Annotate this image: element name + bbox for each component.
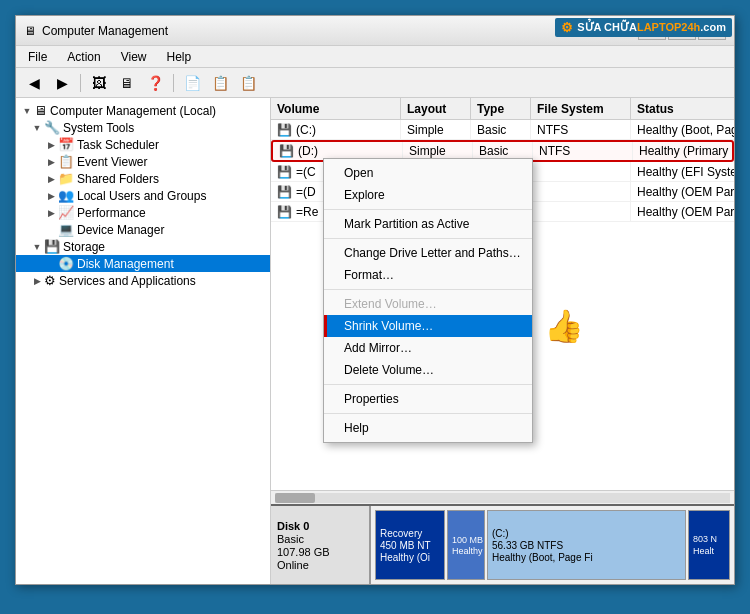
expand-icon: ▶: [44, 208, 58, 218]
menu-help[interactable]: Help: [159, 48, 200, 66]
partition-recovery[interactable]: Recovery 450 MB NT Healthy (Oi: [375, 510, 445, 580]
help2-button[interactable]: 📋: [236, 72, 260, 94]
ctx-delete[interactable]: Delete Volume…: [324, 359, 532, 381]
ctx-open[interactable]: Open: [324, 162, 532, 184]
menu-action[interactable]: Action: [59, 48, 108, 66]
tree-item-computer-management[interactable]: ▼ 🖥 Computer Management (Local): [16, 102, 270, 119]
toolbar-separator-2: [173, 74, 174, 92]
cell-type: Basic: [471, 120, 531, 139]
cell-volume: 💾 (C:): [271, 120, 401, 139]
expand-icon: ▶: [30, 276, 44, 286]
tree-item-system-tools[interactable]: ▼ 🔧 System Tools: [16, 119, 270, 136]
services-icon: ⚙: [44, 273, 56, 288]
tree-label: Disk Management: [77, 257, 174, 271]
col-fs[interactable]: File System: [531, 98, 631, 119]
main-content: ▼ 🖥 Computer Management (Local) ▼ 🔧 Syst…: [16, 98, 734, 584]
tree-label: System Tools: [63, 121, 134, 135]
expand-icon: ▼: [20, 106, 34, 116]
tree-item-performance[interactable]: ▶ 📈 Performance: [16, 204, 270, 221]
hand-cursor-icon: 👍: [544, 307, 584, 345]
partition-c[interactable]: (C:) 56.33 GB NTFS Healthy (Boot, Page F…: [487, 510, 686, 580]
disk-icon: 💿: [58, 256, 74, 271]
menu-view[interactable]: View: [113, 48, 155, 66]
tree-item-event-viewer[interactable]: ▶ 📋 Event Viewer: [16, 153, 270, 170]
expand-icon: ▶: [44, 157, 58, 167]
ctx-explore[interactable]: Explore: [324, 184, 532, 206]
ctx-format[interactable]: Format…: [324, 264, 532, 286]
scheduler-icon: 📅: [58, 137, 74, 152]
ctx-mark-active[interactable]: Mark Partition as Active: [324, 213, 532, 235]
tree-label: Device Manager: [77, 223, 164, 237]
toolbar: ◀ ▶ 🖼 🖥 ❓ 📄 📋 📋: [16, 68, 734, 98]
tree-item-disk-management[interactable]: 💿 Disk Management: [16, 255, 270, 272]
col-volume[interactable]: Volume: [271, 98, 401, 119]
cell-fs: NTFS: [531, 120, 631, 139]
expand-icon: ▶: [44, 191, 58, 201]
disk-label: Disk 0 Basic 107.98 GB Online: [271, 506, 371, 584]
tree-label: Task Scheduler: [77, 138, 159, 152]
ctx-change-letter[interactable]: Change Drive Letter and Paths…: [324, 242, 532, 264]
properties-button[interactable]: 📋: [208, 72, 232, 94]
scrollbar-thumb[interactable]: [275, 493, 315, 503]
tree-item-task-scheduler[interactable]: ▶ 📅 Task Scheduler: [16, 136, 270, 153]
expand-icon: ▶: [44, 174, 58, 184]
computer-management-window: 🖥 Computer Management ─ □ ✕ File Action …: [15, 15, 735, 585]
ctx-shrink[interactable]: Shrink Volume… 👍: [324, 315, 532, 337]
folder-icon: 📁: [58, 171, 74, 186]
cell-status: Healthy (Boot, Page Fi...: [631, 120, 734, 139]
help-button[interactable]: ❓: [143, 72, 167, 94]
cell-fs: [531, 202, 631, 221]
disk-type: Basic: [277, 533, 363, 545]
ctx-sep-2: [324, 238, 532, 239]
ctx-sep-1: [324, 209, 532, 210]
tree-item-storage[interactable]: ▼ 💾 Storage: [16, 238, 270, 255]
tree-item-device-manager[interactable]: 💻 Device Manager: [16, 221, 270, 238]
back-button[interactable]: ◀: [22, 72, 46, 94]
cell-status: Healthy (OEM Partition): [631, 202, 734, 221]
h-scrollbar[interactable]: [271, 490, 734, 504]
ctx-properties[interactable]: Properties: [324, 388, 532, 410]
forward-button[interactable]: ▶: [50, 72, 74, 94]
ctx-sep-4: [324, 384, 532, 385]
partition-size: 56.33 GB NTFS: [492, 540, 681, 551]
drive-icon: 💾: [277, 123, 292, 137]
col-layout[interactable]: Layout: [401, 98, 471, 119]
disk-status: Online: [277, 559, 363, 571]
tree-label: Local Users and Groups: [77, 189, 206, 203]
col-status[interactable]: Status: [631, 98, 734, 119]
computer-icon: 🖥: [34, 103, 47, 118]
tree-label: Shared Folders: [77, 172, 159, 186]
col-type[interactable]: Type: [471, 98, 531, 119]
tree-label: Computer Management (Local): [50, 104, 216, 118]
device-icon: 💻: [58, 222, 74, 237]
computer-button[interactable]: 🖥: [115, 72, 139, 94]
table-row[interactable]: 💾 (C:) Simple Basic NTFS Healthy (Boot, …: [271, 120, 734, 140]
expand-icon: ▼: [30, 242, 44, 252]
partition-last[interactable]: 803 N Healt: [688, 510, 730, 580]
watermark-gear-icon: ⚙: [561, 20, 573, 35]
new-window-button[interactable]: 📄: [180, 72, 204, 94]
menu-file[interactable]: File: [20, 48, 55, 66]
partition-label: (C:): [492, 528, 681, 539]
right-panel: Volume Layout Type File System Status 💾 …: [271, 98, 734, 584]
tree-item-services[interactable]: ▶ ⚙ Services and Applications: [16, 272, 270, 289]
perf-icon: 📈: [58, 205, 74, 220]
ctx-add-mirror[interactable]: Add Mirror…: [324, 337, 532, 359]
disk-area: Disk 0 Basic 107.98 GB Online Recovery 4…: [271, 504, 734, 584]
partition-100mb[interactable]: 100 MB Healthy: [447, 510, 485, 580]
title-bar-text: Computer Management: [42, 24, 632, 38]
ctx-help[interactable]: Help: [324, 417, 532, 439]
tree-item-shared-folders[interactable]: ▶ 📁 Shared Folders: [16, 170, 270, 187]
partition-note: Healthy: [452, 546, 480, 556]
tree-item-local-users[interactable]: ▶ 👥 Local Users and Groups: [16, 187, 270, 204]
menu-bar: File Action View Help: [16, 46, 734, 68]
show-hide-button[interactable]: 🖼: [87, 72, 111, 94]
tree-label: Performance: [77, 206, 146, 220]
expand-icon: ▼: [30, 123, 44, 133]
drive-icon: 💾: [277, 185, 292, 199]
partition-note: Healthy (Oi: [380, 552, 440, 563]
watermark: ⚙ SỬA CHỮALAPTOP24h.com: [555, 18, 732, 37]
storage-icon: 💾: [44, 239, 60, 254]
tree-panel: ▼ 🖥 Computer Management (Local) ▼ 🔧 Syst…: [16, 98, 271, 584]
cell-fs: [531, 162, 631, 181]
